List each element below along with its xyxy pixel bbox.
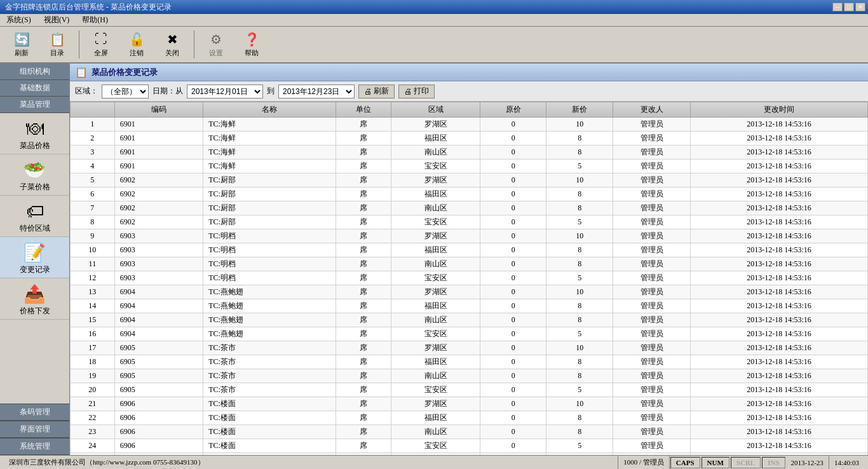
cell-new-price: 5 — [546, 215, 613, 229]
cell-code: 6902 — [114, 187, 203, 201]
settings-button[interactable]: ⚙ 设置 — [200, 29, 233, 60]
cell-change-time: 2013-12-18 14:53:16 — [691, 341, 868, 355]
sidebar-item-barcode[interactable]: 条码管理 — [0, 404, 69, 421]
date-from-select[interactable]: 2013年12月01日 — [187, 85, 263, 99]
sidebar-item-system[interactable]: 系统管理 — [0, 438, 69, 455]
cell-region: 福田区 — [391, 411, 480, 425]
cell-change-time: 2013-12-18 14:53:16 — [691, 243, 868, 257]
cell-region: 罗湖区 — [391, 229, 480, 243]
table-row[interactable]: 16 6904 TC:燕鲍翅 席 宝安区 0 5 管理员 2013-12-18 … — [71, 327, 868, 341]
table-row[interactable]: 20 6905 TC:茶市 席 宝安区 0 5 管理员 2013-12-18 1… — [71, 383, 868, 397]
table-row[interactable]: 10 6903 TC:明档 席 福田区 0 8 管理员 2013-12-18 1… — [71, 243, 868, 257]
cell-change-time: 2013-12-18 14:53:16 — [691, 285, 868, 299]
close-app-icon: ✖ — [162, 31, 182, 47]
maximize-button[interactable]: □ — [844, 3, 854, 11]
table-container[interactable]: 编码 名称 单位 区域 原价 新价 更改人 更改时间 1 6901 TC:海鲜 … — [70, 102, 868, 455]
menu-help[interactable]: 帮助(H) — [78, 13, 112, 27]
col-change-time: 更改时间 — [691, 102, 868, 118]
cell-name: TC:燕鲍翅 — [203, 313, 336, 327]
cell-modifier: 管理员 — [613, 243, 691, 257]
sidebar-item-dish-price[interactable]: 🍽 菜品价格 — [0, 113, 69, 154]
menu-system[interactable]: 系统(S) — [3, 13, 35, 27]
cell-change-time: 2013-12-18 14:53:16 — [691, 160, 868, 173]
cell-region: 罗湖区 — [391, 173, 480, 187]
table-row[interactable]: 22 6906 TC:楼面 席 福田区 0 8 管理员 2013-12-18 1… — [71, 411, 868, 425]
table-row[interactable]: 5 6902 TC:厨部 席 罗湖区 0 10 管理员 2013-12-18 1… — [71, 173, 868, 187]
cell-code: 6905 — [114, 355, 203, 369]
cell-original-price: 0 — [480, 411, 546, 425]
table-row[interactable]: 21 6906 TC:楼面 席 罗湖区 0 10 管理员 2013-12-18 … — [71, 397, 868, 411]
cell-name: TC:厨部 — [203, 173, 336, 187]
cell-unit: 席 — [336, 243, 391, 257]
status-scrl: SCRL — [731, 457, 761, 468]
table-row[interactable]: 15 6904 TC:燕鲍翅 席 南山区 0 8 管理员 2013-12-18 … — [71, 313, 868, 327]
table-row[interactable]: 25 6907 TC:吧部 席 罗湖区 0 10 管理员 2013-12-18 … — [71, 453, 868, 456]
close-app-button[interactable]: ✖ 关闭 — [156, 29, 189, 60]
refresh-button[interactable]: 🔄 刷新 — [5, 29, 38, 60]
col-original-price: 原价 — [480, 102, 546, 118]
table-row[interactable]: 7 6902 TC:厨部 席 南山区 0 8 管理员 2013-12-18 14… — [71, 201, 868, 215]
cell-new-price: 8 — [546, 257, 613, 271]
sidebar-item-special-area[interactable]: 🏷 特价区域 — [0, 196, 69, 237]
cell-code: 6906 — [114, 439, 203, 453]
table-row[interactable]: 14 6904 TC:燕鲍翅 席 福田区 0 8 管理员 2013-12-18 … — [71, 299, 868, 313]
cell-unit: 席 — [336, 355, 391, 369]
cell-original-price: 0 — [480, 201, 546, 215]
sidebar-item-ui[interactable]: 界面管理 — [0, 421, 69, 438]
cell-modifier: 管理员 — [613, 425, 691, 439]
minimize-button[interactable]: ─ — [832, 3, 843, 11]
table-row[interactable]: 1 6901 TC:海鲜 席 罗湖区 0 10 管理员 2013-12-18 1… — [71, 118, 868, 132]
table-row[interactable]: 11 6903 TC:明档 席 南山区 0 8 管理员 2013-12-18 1… — [71, 257, 868, 271]
cell-modifier: 管理员 — [613, 160, 691, 173]
region-select[interactable]: （全部） — [102, 85, 149, 99]
table-row[interactable]: 9 6903 TC:明档 席 罗湖区 0 10 管理员 2013-12-18 1… — [71, 229, 868, 243]
table-row[interactable]: 17 6905 TC:茶市 席 罗湖区 0 10 管理员 2013-12-18 … — [71, 341, 868, 355]
cell-region: 宝安区 — [391, 160, 480, 173]
col-region: 区域 — [391, 102, 480, 118]
cell-new-price: 5 — [546, 383, 613, 397]
cell-name: TC:茶市 — [203, 355, 336, 369]
sidebar-item-org[interactable]: 组织机构 — [0, 64, 69, 80]
cell-code: 6902 — [114, 201, 203, 215]
cell-region: 福田区 — [391, 132, 480, 146]
table-row[interactable]: 23 6906 TC:楼面 席 南山区 0 8 管理员 2013-12-18 1… — [71, 425, 868, 439]
table-row[interactable]: 4 6901 TC:海鲜 席 宝安区 0 5 管理员 2013-12-18 14… — [71, 160, 868, 173]
close-button[interactable]: ✕ — [855, 3, 865, 11]
print-button[interactable]: 🖨 打印 — [398, 85, 435, 99]
sidebar-item-base[interactable]: 基础数据 — [0, 80, 69, 97]
table-row[interactable]: 19 6905 TC:茶市 席 南山区 0 8 管理员 2013-12-18 1… — [71, 369, 868, 383]
cell-change-time: 2013-12-18 14:53:16 — [691, 453, 868, 456]
cell-index: 20 — [71, 383, 115, 397]
cell-index: 15 — [71, 313, 115, 327]
directory-button[interactable]: 📋 目录 — [41, 29, 74, 60]
cell-unit: 席 — [336, 132, 391, 146]
table-row[interactable]: 2 6901 TC:海鲜 席 福田区 0 8 管理员 2013-12-18 14… — [71, 132, 868, 146]
table-row[interactable]: 6 6902 TC:厨部 席 福田区 0 8 管理员 2013-12-18 14… — [71, 187, 868, 201]
cell-change-time: 2013-12-18 14:53:16 — [691, 383, 868, 397]
col-modifier: 更改人 — [613, 102, 691, 118]
cell-index: 21 — [71, 397, 115, 411]
cell-unit: 席 — [336, 453, 391, 456]
table-row[interactable]: 24 6906 TC:楼面 席 宝安区 0 5 管理员 2013-12-18 1… — [71, 439, 868, 453]
menu-view[interactable]: 视图(V) — [40, 13, 74, 27]
fullscreen-button[interactable]: ⛶ 全屏 — [85, 29, 118, 60]
status-ins: INS — [762, 457, 785, 468]
table-row[interactable]: 13 6904 TC:燕鲍翅 席 罗湖区 0 10 管理员 2013-12-18… — [71, 285, 868, 299]
logout-button[interactable]: 🔓 注销 — [120, 29, 153, 60]
refresh-data-button[interactable]: 🖨 刷新 — [358, 85, 395, 99]
cell-change-time: 2013-12-18 14:53:16 — [691, 146, 868, 160]
help-button[interactable]: ❓ 帮助 — [235, 29, 268, 60]
cell-change-time: 2013-12-18 14:53:16 — [691, 132, 868, 146]
table-row[interactable]: 18 6905 TC:茶市 席 福田区 0 8 管理员 2013-12-18 1… — [71, 355, 868, 369]
table-row[interactable]: 12 6903 TC:明档 席 宝安区 0 5 管理员 2013-12-18 1… — [71, 271, 868, 285]
sidebar-item-sub-price[interactable]: 🥗 子菜价格 — [0, 154, 69, 196]
table-row[interactable]: 8 6902 TC:厨部 席 宝安区 0 5 管理员 2013-12-18 14… — [71, 215, 868, 229]
sidebar-item-price-send[interactable]: 📤 价格下发 — [0, 278, 69, 320]
date-end-select[interactable]: 2013年12月23日 — [278, 85, 355, 99]
cell-name: TC:燕鲍翅 — [203, 299, 336, 313]
table-row[interactable]: 3 6901 TC:海鲜 席 南山区 0 8 管理员 2013-12-18 14… — [71, 146, 868, 160]
sidebar-item-change-log[interactable]: 📝 变更记录 — [0, 237, 69, 278]
sidebar-item-dishes[interactable]: 菜品管理 — [0, 97, 69, 113]
cell-change-time: 2013-12-18 14:53:16 — [691, 271, 868, 285]
cell-new-price: 8 — [546, 425, 613, 439]
